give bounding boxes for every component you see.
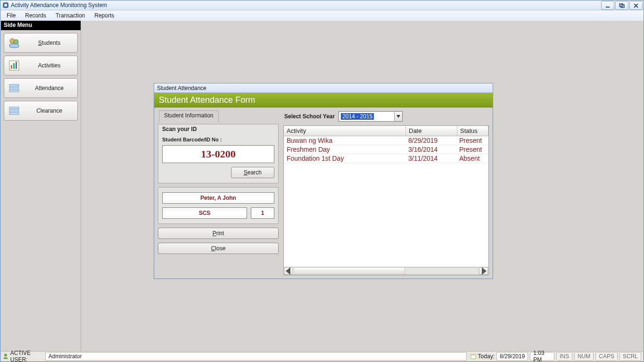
left-column: Student Information Scan your ID Student… [158, 110, 279, 275]
side-header: Side Menu [1, 21, 81, 30]
cell-date: 8/29/2019 [405, 136, 456, 145]
tab-student-information[interactable]: Student Information [159, 110, 219, 123]
minimize-button[interactable] [601, 1, 614, 10]
barcode-input[interactable]: 13-0200 [162, 145, 274, 163]
cell-status: Present [456, 136, 488, 145]
attendance-grid[interactable]: Activity Date Status Buwan ng Wika8/29/2… [283, 125, 489, 275]
school-year-value: 2014 - 2015 [341, 113, 374, 120]
title-bar: Activity Attendance Monitoring System [0, 0, 644, 10]
people-icon [8, 37, 20, 49]
cell-status: Absent [456, 154, 488, 163]
today-date: 8/29/2019 [496, 352, 528, 361]
list-icon [8, 105, 20, 117]
grid-col-status[interactable]: Status [457, 126, 488, 136]
svg-rect-16 [9, 110, 19, 112]
app-title: Activity Attendance Monitoring System [11, 2, 107, 8]
status-bar: ACTIVE USER: Administrator Today: 8/29/2… [1, 351, 643, 361]
chevron-down-icon [394, 112, 402, 121]
scroll-right-icon[interactable] [479, 267, 488, 275]
grid-hscroll[interactable] [284, 267, 488, 275]
menu-bar: File Records Transaction Reports [0, 10, 644, 21]
search-button[interactable]: Search [231, 167, 274, 178]
grid-body: Buwan ng Wika8/29/2019PresentFreshmen Da… [284, 136, 488, 267]
print-button[interactable]: Print [158, 228, 279, 239]
cell-activity: Buwan ng Wika [284, 136, 405, 145]
client-area: Side Menu Students Activities Attendance [1, 21, 643, 351]
svg-rect-15 [9, 107, 19, 109]
table-row[interactable]: Freshmen Day3/16/2014Present [284, 145, 488, 154]
close-row: Close [158, 243, 279, 254]
side-item-label: Activities [25, 62, 74, 69]
cell-status: Present [456, 145, 488, 154]
menu-records[interactable]: Records [21, 11, 50, 20]
scan-id-title: Scan your ID [158, 124, 278, 132]
calendar-icon [471, 353, 476, 360]
student-readout-group: Peter, A John SCS 1 [158, 187, 279, 224]
caption-buttons [601, 1, 643, 10]
svg-point-18 [4, 354, 7, 356]
level-field: 1 [251, 207, 274, 219]
cell-activity: Freshmen Day [284, 145, 405, 154]
svg-rect-14 [9, 90, 19, 92]
today-label: Today: [478, 353, 495, 360]
right-column: Select School Year 2014 - 2015 Activity … [283, 110, 489, 275]
print-row: Print [158, 228, 279, 239]
scroll-thumb[interactable] [294, 268, 405, 274]
school-year-row: Select School Year 2014 - 2015 [284, 111, 489, 122]
tab-holder: Student Information [158, 110, 279, 121]
active-user-field: Administrator [45, 352, 467, 361]
flag-caps: CAPS [595, 352, 618, 361]
svg-rect-12 [9, 84, 19, 86]
svg-rect-10 [13, 63, 15, 69]
side-item-attendance[interactable]: Attendance [4, 78, 78, 98]
side-item-label: Clearance [25, 107, 74, 114]
school-year-label: Select School Year [284, 113, 335, 120]
grid-col-activity[interactable]: Activity [284, 126, 406, 136]
barcode-label: Student Barcode/ID No : [162, 137, 274, 142]
flag-scrl: SCRL [619, 352, 641, 361]
user-icon [3, 353, 8, 360]
side-panel: Side Menu Students Activities Attendance [1, 21, 81, 351]
table-row[interactable]: Buwan ng Wika8/29/2019Present [284, 136, 488, 145]
side-item-activities[interactable]: Activities [4, 56, 78, 75]
school-year-combo[interactable]: 2014 - 2015 [339, 111, 403, 122]
child-body: Student Information Scan your ID Student… [154, 107, 493, 279]
svg-rect-13 [9, 87, 19, 89]
maximize-button[interactable] [615, 1, 628, 10]
child-title: Student Attendance [154, 83, 493, 93]
active-user-label: ACTIVE USER: [10, 350, 43, 362]
menu-transaction[interactable]: Transaction [51, 11, 89, 20]
app-icon [2, 2, 9, 8]
close-button[interactable] [629, 1, 643, 10]
menu-file[interactable]: File [2, 11, 20, 20]
svg-rect-9 [11, 65, 12, 69]
student-attendance-window: Student Attendance Student Attendance Fo… [154, 83, 493, 279]
child-header: Student Attendance Form [154, 93, 493, 107]
app-window: Activity Attendance Monitoring System Fi… [0, 0, 644, 362]
grid-col-date[interactable]: Date [406, 126, 457, 136]
side-item-clearance[interactable]: Clearance [4, 101, 78, 121]
side-item-students[interactable]: Students [4, 33, 78, 53]
svg-rect-1 [4, 4, 7, 6]
svg-rect-11 [16, 62, 17, 69]
grid-header: Activity Date Status [284, 126, 488, 136]
side-item-label: Students [25, 40, 74, 46]
chart-icon [8, 59, 20, 72]
svg-rect-7 [9, 44, 19, 48]
table-row[interactable]: Foundation 1st Day3/11/2014Absent [284, 154, 488, 163]
scroll-track[interactable] [294, 267, 479, 275]
side-item-label: Attendance [25, 85, 74, 91]
cell-activity: Foundation 1st Day [284, 154, 405, 163]
list-icon [8, 82, 20, 94]
course-field: SCS [162, 207, 247, 219]
scan-id-group: Scan your ID Student Barcode/ID No : 13-… [158, 124, 279, 183]
svg-rect-20 [471, 354, 476, 356]
flag-num: NUM [574, 352, 594, 361]
menu-reports[interactable]: Reports [90, 11, 118, 20]
flag-ins: INS [556, 352, 572, 361]
svg-rect-17 [9, 113, 19, 115]
close-child-button[interactable]: Close [158, 243, 279, 254]
scroll-left-icon[interactable] [284, 267, 293, 275]
today-time: 1:03 PM [530, 352, 554, 361]
student-name-field: Peter, A John [162, 192, 274, 204]
